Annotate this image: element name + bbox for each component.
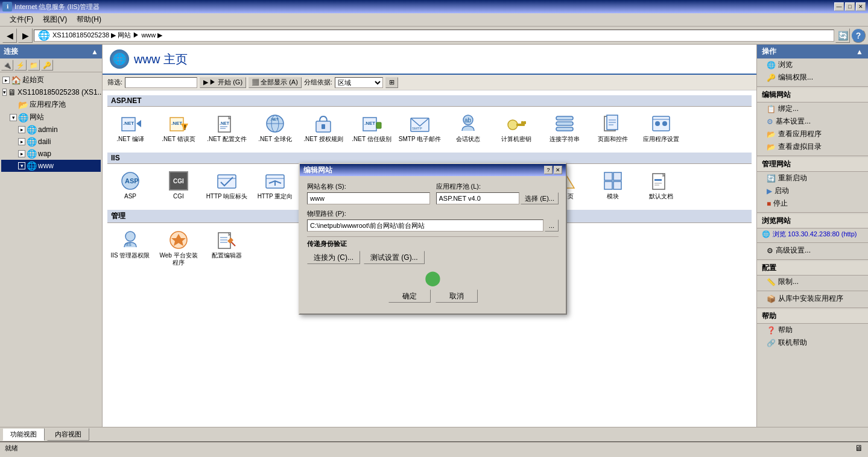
expand-home[interactable]: ▸ xyxy=(2,77,10,84)
icon-connstr[interactable]: 连接字符串 xyxy=(542,110,588,145)
app-pool-select-btn[interactable]: 选择 (E)... xyxy=(521,192,559,204)
maximize-button[interactable]: □ xyxy=(845,2,855,11)
help-icon[interactable]: ? xyxy=(851,28,866,43)
right-link-start[interactable]: ▶ 启动 xyxy=(757,184,868,197)
dialog-close-btn[interactable]: ✕ xyxy=(554,166,562,174)
right-header-edit: 编辑网站 xyxy=(757,88,868,102)
forward-button[interactable]: ▶ xyxy=(18,28,33,43)
group-by-dropdown[interactable]: 区域 xyxy=(335,77,383,88)
right-link-browse[interactable]: 🌐 浏览 xyxy=(757,58,868,71)
right-link-install-app[interactable]: 📦 从库中安装应用程序 xyxy=(757,292,868,305)
title-bar: ℹ Internet 信息服务 (IIS)管理器 — □ ✕ xyxy=(0,0,868,13)
icon-modules[interactable]: 模块 xyxy=(590,168,636,203)
test-settings-btn[interactable]: 测试设置 (G)... xyxy=(364,251,425,264)
icon-asp[interactable]: ASP ASP xyxy=(107,168,153,203)
svg-rect-62 xyxy=(613,172,621,180)
expand-daili[interactable]: ▸ xyxy=(18,138,25,145)
menu-help[interactable]: 帮助(H) xyxy=(72,13,106,26)
tree-item-daili[interactable]: ▸ 🌐 daili xyxy=(1,136,101,148)
start-button[interactable]: ▶ ▶ 开始 (G) xyxy=(200,77,246,88)
icon-session[interactable]: ab 会话状态 xyxy=(445,110,491,145)
expand-admin[interactable]: ▸ xyxy=(18,126,25,133)
show-all-button[interactable]: ▦ 全部显示 (A) xyxy=(249,77,302,88)
connect-btn[interactable]: 🔌 xyxy=(1,60,13,71)
dialog-cancel-btn[interactable]: 取消 xyxy=(436,289,478,303)
folder-btn[interactable]: 📁 xyxy=(28,60,40,71)
right-collapse-icon[interactable]: ▲ xyxy=(856,48,863,56)
dialog-help-btn[interactable]: ? xyxy=(544,166,553,174)
right-link-adv-settings[interactable]: ⚙ 高级设置... xyxy=(757,244,868,257)
physical-path-label: 物理路径 (P): xyxy=(307,209,559,218)
right-link-restart[interactable]: 🔄 重新启动 xyxy=(757,172,868,184)
expand-sites[interactable]: ▾ xyxy=(10,114,17,121)
status-bar-right: 🖥 xyxy=(855,443,863,453)
filter-input[interactable] xyxy=(125,77,197,88)
menu-file[interactable]: 文件(F) xyxy=(5,13,38,26)
tree-item-sites[interactable]: ▾ 🌐 网站 xyxy=(1,111,101,124)
icon-http-headers[interactable]: HTTP 响应标头 xyxy=(204,168,250,203)
minimize-button[interactable]: — xyxy=(834,2,844,11)
svg-text:SMTP: SMTP xyxy=(412,127,422,130)
icon-cgi[interactable]: CGI CGI xyxy=(156,168,201,203)
tree-item-server[interactable]: ▾ 🖥 XS1108185025238 (XS1... xyxy=(1,86,101,98)
right-link-basic-settings[interactable]: ⚙ 基本设置... xyxy=(757,115,868,128)
physical-path-browse-btn[interactable]: ... xyxy=(545,219,559,232)
app-pool-input[interactable] xyxy=(436,192,520,204)
tree-item-admin[interactable]: ▸ 🌐 admin xyxy=(1,124,101,136)
right-link-edit-perm[interactable]: 🔑 编辑权限... xyxy=(757,71,868,84)
icon-web-platform[interactable]: Web 平台安装程序 xyxy=(156,227,201,269)
icon-net-compile[interactable]: .NET .NET 编译 xyxy=(107,110,153,145)
right-link-binding[interactable]: 📋 绑定... xyxy=(757,102,868,115)
new-btn[interactable]: ⚡ xyxy=(14,60,27,71)
key-btn[interactable]: 🔑 xyxy=(41,60,53,71)
icon-config-editor[interactable]: 配置编辑器 xyxy=(204,227,250,269)
icon-machinekey[interactable]: 计算机密钥 xyxy=(493,110,539,145)
tab-feature-view[interactable]: 功能视图 xyxy=(2,428,45,441)
expand-server[interactable]: ▾ xyxy=(2,89,7,96)
tree-item-wap[interactable]: ▸ 🌐 wap xyxy=(1,148,101,160)
right-link-view-vdir[interactable]: 📂 查看虚拟目录 xyxy=(757,140,868,153)
right-link-view-app[interactable]: 📂 查看应用程序 xyxy=(757,128,868,140)
icon-iis-perm[interactable]: IIS IIS 管理器权限 xyxy=(107,227,153,269)
menu-view[interactable]: 视图(V) xyxy=(38,13,72,26)
right-link-help[interactable]: ❓ 帮助 xyxy=(757,324,868,336)
icon-net-global[interactable]: .NET .NET 全球化 xyxy=(252,110,298,145)
svg-text:.NET: .NET xyxy=(171,121,182,126)
edit-website-dialog[interactable]: 编辑网站 ? ✕ 网站名称 (S): 应用程序池 (L): 选择 (E)... xyxy=(299,163,567,315)
close-button[interactable]: ✕ xyxy=(856,2,866,11)
icon-net-trust[interactable]: .NET .NET 信任级别 xyxy=(349,110,394,145)
right-link-browse-url[interactable]: 🌐 浏览 103.30.42.238:80 (http) xyxy=(757,228,868,240)
tree-label-home: 起始页 xyxy=(22,75,44,85)
physical-path-input[interactable] xyxy=(307,219,543,232)
expand-wap[interactable]: ▸ xyxy=(18,150,25,157)
site-name-input[interactable] xyxy=(307,192,430,204)
tab-content-view[interactable]: 内容视图 xyxy=(47,428,89,441)
right-link-online-help[interactable]: 🔗 联机帮助 xyxy=(757,336,868,349)
right-link-stop[interactable]: ■ 停止 xyxy=(757,197,868,210)
collapse-icon[interactable]: ▲ xyxy=(91,48,98,56)
right-section-config: 配置 📏 限制... xyxy=(757,261,868,288)
icon-http-redirect[interactable]: HTTP 重定向 xyxy=(252,168,298,203)
expand-www[interactable]: ▾ xyxy=(18,162,25,169)
dialog-ok-btn[interactable]: 确定 xyxy=(388,289,431,303)
icon-appsettings[interactable]: 应用程序设置 xyxy=(638,110,684,145)
dialog-title-text: 编辑网站 xyxy=(303,165,332,175)
menu-bar: 文件(F) 视图(V) 帮助(H) xyxy=(0,13,868,27)
separator-5 xyxy=(757,259,868,260)
tree-item-www[interactable]: ▾ 🌐 www xyxy=(1,160,101,172)
icon-net-error[interactable]: .NET! .NET 错误页 xyxy=(156,110,201,145)
icon-default-doc[interactable]: 默认文档 xyxy=(638,168,684,203)
icon-smtp[interactable]: SMTP SMTP 电子邮件 xyxy=(397,110,443,145)
right-link-limits[interactable]: 📏 限制... xyxy=(757,276,868,288)
refresh-button[interactable]: 🔄 xyxy=(835,28,850,43)
tree-item-home[interactable]: ▸ 🏠 起始页 xyxy=(1,74,101,86)
view-toggle[interactable]: ⊞ xyxy=(385,77,398,88)
tree-item-apppool[interactable]: 📂 应用程序池 xyxy=(1,98,101,111)
icon-net-auth[interactable]: .NET 授权规则 xyxy=(300,110,346,145)
tree-label-wap: wap xyxy=(38,150,51,158)
aspnet-grid: .NET .NET 编译 .NET! .NET 错误页 .NET .NET xyxy=(107,110,752,145)
icon-net-config[interactable]: .NET .NET 配置文件 xyxy=(204,110,250,145)
back-button[interactable]: ◀ xyxy=(2,28,17,43)
icon-pages[interactable]: 页面和控件 xyxy=(590,110,636,145)
connect-as-btn[interactable]: 连接为 (C)... xyxy=(307,251,360,264)
